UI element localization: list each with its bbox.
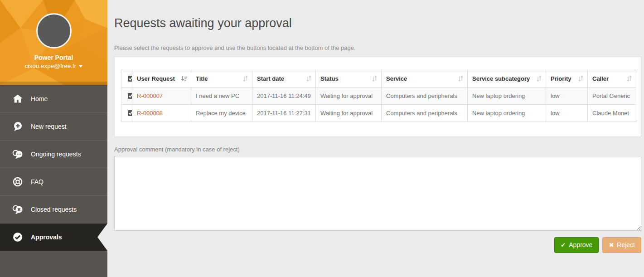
- plus-bubble-icon: [12, 121, 23, 132]
- sidebar-item-label: FAQ: [31, 178, 44, 185]
- sidebar-nav: Home New request Ongoing requests: [0, 85, 107, 275]
- sort-both-icon: [242, 76, 248, 82]
- cell-caller: Claude Monet: [588, 105, 636, 122]
- column-header-status[interactable]: Status: [316, 70, 382, 87]
- requests-table: User Request Title: [121, 70, 636, 122]
- sidebar-item-approvals[interactable]: Approvals: [0, 223, 107, 251]
- page-title: Requests awaiting your approval: [114, 16, 292, 30]
- request-link[interactable]: R-000008: [137, 110, 163, 117]
- sort-both-icon: [536, 76, 542, 82]
- select-all-header: [121, 70, 132, 87]
- sort-both-icon: [578, 76, 584, 82]
- cell-caller: Portal Generic: [588, 87, 636, 105]
- select-all-checkbox[interactable]: [128, 76, 132, 82]
- sidebar-item-new-request[interactable]: New request: [0, 112, 107, 140]
- check-icon: ✔: [561, 242, 566, 249]
- approve-button-label: Approve: [569, 241, 592, 249]
- sidebar-item-label: Closed requests: [31, 206, 77, 213]
- profile-name: Power Portal: [0, 54, 107, 61]
- profile-email-dropdown[interactable]: cisou.expe@free.fr: [0, 63, 107, 69]
- cell-service: Computers and peripherals: [382, 105, 468, 122]
- table-header-row: User Request Title: [121, 70, 636, 87]
- table-row: R-000008 Replace my device 2017-11-16 11…: [121, 105, 636, 122]
- column-label: Start date: [257, 75, 284, 82]
- sidebar-item-ongoing-requests[interactable]: Ongoing requests: [0, 140, 107, 168]
- column-header-priority[interactable]: Priority: [546, 70, 588, 87]
- sidebar-item-label: Ongoing requests: [31, 151, 81, 158]
- check-circle-icon: [12, 232, 23, 243]
- reject-button-label: Reject: [617, 241, 635, 249]
- chat-bubbles-icon: [12, 149, 23, 160]
- avatar: [36, 13, 72, 49]
- column-label: Status: [320, 75, 339, 82]
- approval-comment-input[interactable]: [114, 156, 641, 231]
- sidebar-item-closed-requests[interactable]: Closed requests: [0, 195, 107, 223]
- column-label: Caller: [592, 75, 609, 82]
- row-checkbox[interactable]: [128, 93, 132, 99]
- requests-table-panel: User Request Title: [114, 57, 641, 137]
- sort-both-icon: [306, 76, 312, 82]
- row-checkbox[interactable]: [128, 110, 132, 116]
- column-header-user-request[interactable]: User Request: [132, 70, 191, 87]
- sidebar-item-label: New request: [31, 123, 67, 130]
- sidebar: Power Portal cisou.expe@free.fr Home New…: [0, 0, 107, 277]
- reject-button[interactable]: ✖ Reject: [602, 237, 641, 253]
- sort-desc-icon: [181, 76, 187, 82]
- column-header-start-date[interactable]: Start date: [252, 70, 316, 87]
- cell-priority: low: [546, 105, 588, 122]
- cell-service-subcategory: New laptop ordering: [468, 105, 546, 122]
- cell-title: I need a new PC: [191, 87, 252, 105]
- column-label: Service subcategory: [472, 75, 530, 82]
- cell-priority: low: [546, 87, 588, 105]
- profile-header: Power Portal cisou.expe@free.fr: [0, 0, 107, 85]
- life-ring-icon: [12, 176, 23, 187]
- column-header-caller[interactable]: Caller: [588, 70, 636, 87]
- sort-both-icon: [458, 76, 464, 82]
- column-label: User Request: [137, 75, 175, 82]
- sidebar-filler: [0, 251, 107, 275]
- table-row: R-000007 I need a new PC 2017-11-16 11:2…: [121, 87, 636, 105]
- cell-start-date: 2017-11-16 11:24:49: [252, 87, 316, 105]
- sidebar-item-label: Home: [31, 95, 48, 102]
- cell-status: Waiting for approval: [316, 87, 382, 105]
- column-header-title[interactable]: Title: [191, 70, 252, 87]
- sort-both-icon: [372, 76, 378, 82]
- cell-service: Computers and peripherals: [382, 87, 468, 105]
- sidebar-item-home[interactable]: Home: [0, 85, 107, 112]
- cell-service-subcategory: New laptop ordering: [468, 87, 546, 105]
- column-header-service[interactable]: Service: [382, 70, 468, 87]
- action-buttons: ✔ Approve ✖ Reject: [554, 237, 641, 253]
- column-label: Priority: [551, 75, 571, 82]
- column-header-service-subcategory[interactable]: Service subcategory: [468, 70, 546, 87]
- sidebar-item-label: Approvals: [31, 233, 62, 241]
- column-label: Service: [386, 75, 407, 82]
- cell-status: Waiting for approval: [316, 105, 382, 122]
- profile-email-text: cisou.expe@free.fr: [25, 63, 77, 69]
- column-label: Title: [196, 75, 208, 82]
- sort-both-icon: [626, 76, 632, 82]
- cell-start-date: 2017-11-16 11:27:31: [252, 105, 316, 122]
- approve-button[interactable]: ✔ Approve: [554, 237, 599, 253]
- home-icon: [12, 93, 23, 104]
- cell-title: Replace my device: [191, 105, 252, 122]
- main-content: Requests awaiting your approval Please s…: [107, 0, 644, 277]
- page-description: Please select the requests to approve an…: [114, 44, 356, 51]
- request-link[interactable]: R-000007: [137, 92, 163, 99]
- approval-comment-label: Approval comment (mandatory in case of r…: [114, 146, 240, 153]
- chat-x-icon: [12, 204, 23, 215]
- chevron-down-icon: [79, 65, 82, 68]
- x-icon: ✖: [609, 242, 614, 249]
- sidebar-item-faq[interactable]: FAQ: [0, 168, 107, 195]
